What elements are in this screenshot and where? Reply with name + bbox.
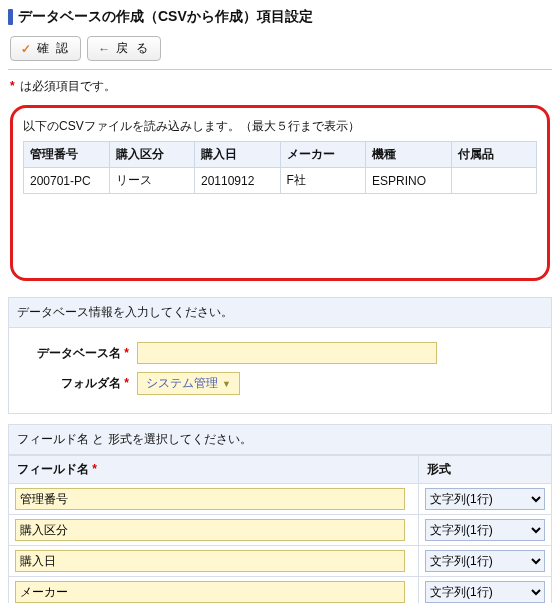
csv-header: 購入区分 (109, 142, 195, 168)
check-icon: ✓ (21, 42, 33, 56)
csv-cell: 20110912 (195, 168, 281, 194)
fields-col-name-header: フィールド名 * (9, 456, 419, 484)
csv-header: メーカー (280, 142, 366, 168)
fields-table: フィールド名 * 形式 文字列(1行)文字列(1行)文字列(1行)文字列(1行)… (8, 455, 552, 603)
required-note-text: は必須項目です。 (20, 79, 116, 93)
arrow-left-icon: ← (98, 42, 112, 56)
csv-cell: F社 (280, 168, 366, 194)
required-star-icon: * (124, 346, 131, 360)
db-info-block: データベース名 * フォルダ名 * システム管理 ▼ (8, 328, 552, 414)
required-star-icon: * (89, 462, 99, 476)
confirm-button-label: 確 認 (37, 40, 70, 57)
csv-preview-frame: 以下のCSVファイルを読み込みします。（最大５行まで表示） 管理番号 購入区分 … (10, 105, 550, 281)
field-name-input[interactable] (15, 519, 405, 541)
field-row: 文字列(1行) (9, 484, 552, 515)
title-accent-bar (8, 9, 13, 25)
field-type-select[interactable]: 文字列(1行) (425, 550, 545, 572)
db-name-input[interactable] (137, 342, 437, 364)
field-row: 文字列(1行) (9, 546, 552, 577)
required-note: * は必須項目です。 (8, 70, 552, 105)
fields-section-header: フィールド名 と 形式を選択してください。 (8, 424, 552, 455)
csv-cell: リース (109, 168, 195, 194)
fields-col-type-header: 形式 (419, 456, 552, 484)
csv-header: 付属品 (451, 142, 537, 168)
csv-cell: 200701-PC (24, 168, 110, 194)
csv-caption: 以下のCSVファイルを読み込みします。（最大５行まで表示） (23, 118, 537, 141)
top-button-row: ✓ 確 認 ← 戻 る (8, 32, 552, 70)
page-title-row: データベースの作成（CSVから作成）項目設定 (8, 6, 552, 32)
field-type-select[interactable]: 文字列(1行) (425, 581, 545, 603)
field-type-select[interactable]: 文字列(1行) (425, 519, 545, 541)
chevron-down-icon: ▼ (222, 379, 231, 389)
field-row: 文字列(1行) (9, 515, 552, 546)
field-name-input[interactable] (15, 550, 405, 572)
folder-select-value: システム管理 (146, 375, 218, 392)
folder-label: フォルダ名 * (21, 375, 137, 392)
confirm-button[interactable]: ✓ 確 認 (10, 36, 81, 61)
field-name-input[interactable] (15, 581, 405, 603)
db-info-section-header: データベース情報を入力してください。 (8, 297, 552, 328)
required-star-icon: * (10, 79, 17, 93)
back-button[interactable]: ← 戻 る (87, 36, 160, 61)
csv-header: 機種 (366, 142, 452, 168)
field-row: 文字列(1行) (9, 577, 552, 604)
csv-row: 200701-PC リース 20110912 F社 ESPRINO (24, 168, 537, 194)
csv-cell: ESPRINO (366, 168, 452, 194)
folder-select[interactable]: システム管理 ▼ (137, 372, 240, 395)
db-name-label: データベース名 * (21, 345, 137, 362)
page-title: データベースの作成（CSVから作成）項目設定 (18, 8, 313, 26)
back-button-label: 戻 る (116, 40, 149, 57)
csv-preview-table: 管理番号 購入区分 購入日 メーカー 機種 付属品 200701-PC リース … (23, 141, 537, 194)
field-type-select[interactable]: 文字列(1行) (425, 488, 545, 510)
csv-header: 購入日 (195, 142, 281, 168)
required-star-icon: * (124, 376, 131, 390)
field-name-input[interactable] (15, 488, 405, 510)
csv-header: 管理番号 (24, 142, 110, 168)
csv-cell (451, 168, 537, 194)
